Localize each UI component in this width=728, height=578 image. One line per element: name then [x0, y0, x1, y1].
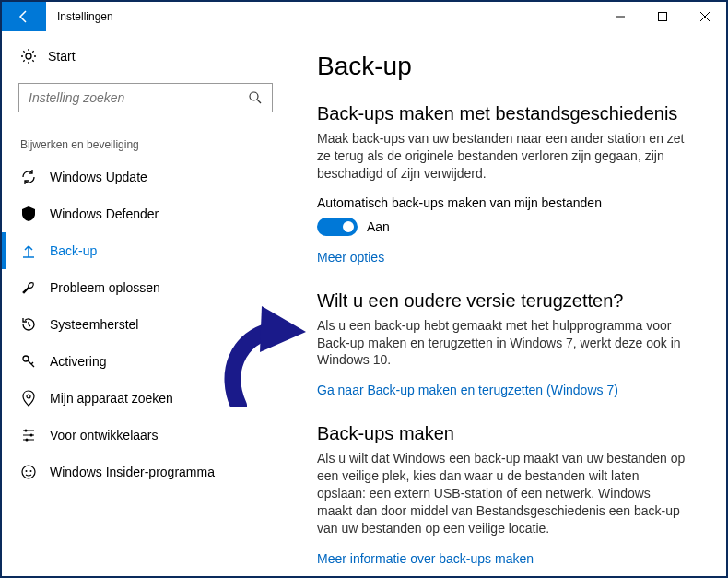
- sidebar-item-developers[interactable]: Voor ontwikkelaars: [18, 417, 273, 454]
- svg-point-9: [26, 470, 28, 472]
- search-input[interactable]: [18, 83, 273, 112]
- sidebar-item-label: Windows Update: [50, 170, 147, 184]
- auto-backup-toggle[interactable]: [317, 218, 358, 236]
- window-title: Instellingen: [46, 2, 124, 31]
- svg-point-6: [30, 434, 33, 437]
- sidebar-item-windows-update[interactable]: Windows Update: [18, 159, 273, 195]
- section2-text: Als u een back-up hebt gemaakt met het h…: [317, 317, 686, 370]
- page-title: Back-up: [317, 52, 699, 81]
- sidebar-item-recovery[interactable]: Systeemherstel: [18, 306, 273, 343]
- search-icon: [248, 90, 263, 105]
- start-nav[interactable]: Start: [18, 48, 273, 65]
- toggle-label: Automatisch back-ups maken van mijn best…: [317, 195, 699, 210]
- sliders-icon: [20, 427, 37, 443]
- sidebar-item-label: Voor ontwikkelaars: [50, 428, 159, 442]
- wrench-icon: [20, 279, 37, 296]
- search-field[interactable]: [29, 90, 248, 105]
- section1-title: Back-ups maken met bestandsgeschiedenis: [317, 103, 699, 124]
- sidebar-item-troubleshoot[interactable]: Probleem oplossen: [18, 269, 273, 306]
- location-icon: [20, 390, 37, 407]
- sidebar-item-label: Windows Insider-programma: [50, 465, 215, 479]
- goto-win7-backup-link[interactable]: Ga naar Back-up maken en terugzetten (Wi…: [317, 383, 618, 397]
- sidebar: Start Bijwerken en beveiliging Windows U…: [2, 31, 289, 576]
- sidebar-item-label: Systeemherstel: [50, 317, 138, 332]
- sidebar-item-label: Windows Defender: [50, 206, 159, 221]
- svg-point-10: [30, 470, 32, 472]
- maximize-button[interactable]: [641, 2, 684, 31]
- sidebar-item-backup[interactable]: Back-up: [18, 232, 273, 269]
- section2-title: Wilt u een oudere versie terugzetten?: [317, 290, 699, 312]
- key-icon: [20, 353, 37, 370]
- sidebar-item-insider[interactable]: Windows Insider-programma: [18, 454, 273, 490]
- back-button[interactable]: [2, 2, 46, 31]
- backup-icon: [20, 242, 37, 259]
- svg-rect-0: [659, 13, 667, 21]
- section3-text: Als u wilt dat Windows een back-up maakt…: [317, 450, 686, 537]
- section1-text: Maak back-ups van uw bestanden naar een …: [317, 130, 686, 183]
- svg-point-4: [27, 395, 30, 398]
- start-label: Start: [48, 49, 76, 64]
- svg-point-8: [22, 466, 35, 478]
- sidebar-item-label: Activering: [50, 354, 106, 369]
- svg-point-5: [25, 430, 28, 432]
- titlebar: Instellingen: [2, 2, 726, 31]
- shield-icon: [20, 206, 37, 222]
- sidebar-item-label: Mijn apparaat zoeken: [50, 391, 173, 406]
- minimize-button[interactable]: [599, 2, 641, 31]
- sidebar-item-find-device[interactable]: Mijn apparaat zoeken: [18, 380, 273, 417]
- sidebar-item-label: Back-up: [50, 243, 97, 258]
- more-info-link[interactable]: Meer informatie over back-ups maken: [317, 551, 534, 566]
- svg-point-7: [26, 439, 29, 442]
- sidebar-item-label: Probleem oplossen: [50, 280, 160, 295]
- sync-icon: [20, 169, 37, 185]
- sidebar-item-windows-defender[interactable]: Windows Defender: [18, 195, 273, 232]
- svg-point-1: [26, 53, 31, 59]
- insider-icon: [20, 464, 37, 480]
- sidebar-item-activation[interactable]: Activering: [18, 343, 273, 380]
- recovery-icon: [20, 316, 37, 333]
- gear-icon: [20, 48, 37, 65]
- section3-title: Back-ups maken: [317, 423, 699, 444]
- toggle-state: Aan: [367, 219, 390, 234]
- category-title: Bijwerken en beveiliging: [18, 138, 273, 151]
- main-content: Back-up Back-ups maken met bestandsgesch…: [289, 31, 726, 576]
- close-button[interactable]: [684, 2, 726, 31]
- more-options-link[interactable]: Meer opties: [317, 250, 384, 265]
- svg-point-2: [250, 92, 258, 100]
